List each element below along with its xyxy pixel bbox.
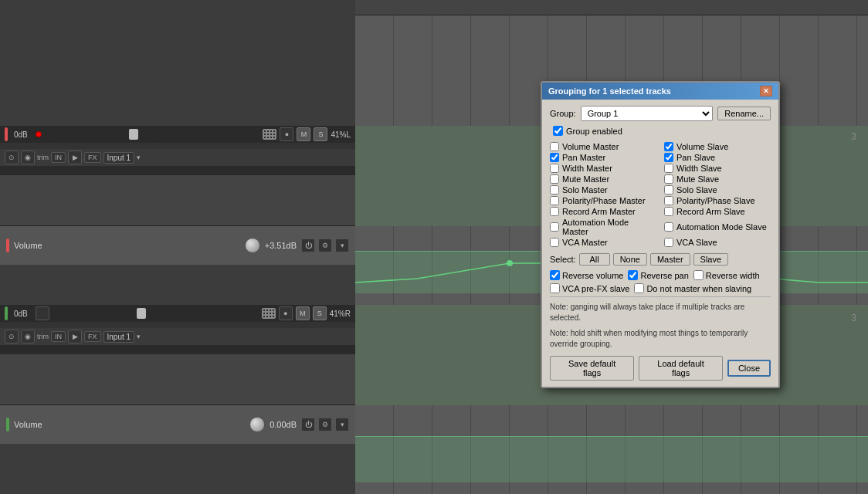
checkbox-pan-master: Pan Master (550, 153, 656, 162)
group-enabled-checkbox[interactable] (553, 126, 563, 136)
track-2-bottom-space (0, 345, 355, 354)
checkbox-width-slave: Width Slave (664, 164, 771, 173)
track-2-input-bar: ⊙ ◉ trim IN ▶ FX Input 1 ▾ (0, 328, 355, 345)
track-1-input-arrow[interactable]: ▾ (137, 154, 141, 161)
track-strip-1: 0dB ● M S 41%L ⊙ ◉ trim IN ▶ FX Input 1 … (0, 126, 355, 226)
track-2-input-select[interactable]: Input 1 (103, 331, 135, 343)
group-label: Group: (550, 109, 576, 118)
checkbox-grid: Volume Master Volume Slave Pan Master Pa… (550, 142, 771, 247)
track-2-m-btn[interactable]: M (296, 306, 310, 320)
checkbox-record-arm-slave: Record Arm Slave (664, 207, 771, 216)
track-2-input-mon-btn[interactable]: ◉ (21, 330, 35, 343)
dialog-body: Group: Group 1 Rename... Group enabled V… (542, 100, 778, 387)
volume-label-1: Volume (14, 241, 42, 250)
track-1-in-btn[interactable]: IN (51, 152, 66, 163)
volume-knob-1[interactable] (245, 238, 260, 253)
volume-1-settings[interactable]: ⚙ (318, 239, 332, 252)
track-1-db-label: 0dB (14, 130, 28, 139)
track-2-spacer (0, 322, 355, 328)
volume-label-2: Volume (14, 420, 42, 429)
volume-2-color (6, 418, 9, 431)
track-2-in-btn[interactable]: IN (51, 331, 66, 342)
checkbox-polarity-slave: Polarity/Phase Slave (664, 196, 771, 205)
note-1: Note: ganging will always take place if … (550, 296, 771, 323)
svg-point-0 (507, 260, 513, 266)
checkbox-vca-master: VCA Master (550, 238, 656, 247)
volume-2-expand[interactable]: ▾ (335, 418, 349, 431)
track-1-input-select[interactable]: Input 1 (103, 152, 135, 164)
track-2-trim-label: trim (37, 333, 49, 340)
close-btn[interactable]: Close (727, 360, 771, 377)
track-1-fader[interactable] (129, 129, 138, 140)
grouping-dialog: Grouping for 1 selected tracks ✕ Group: … (541, 81, 780, 388)
checkbox-width-master: Width Master (550, 164, 656, 173)
track-1-play-btn[interactable]: ▶ (68, 151, 82, 164)
select-none-btn[interactable]: None (613, 253, 647, 266)
checkbox-automation-mode-master: Automation Mode Master (550, 218, 656, 236)
checkbox-mute-slave: Mute Slave (664, 174, 771, 184)
track-1-input-bar: ⊙ ◉ trim IN ▶ FX Input 1 ▾ (0, 149, 355, 166)
track-1-input-mon-btn[interactable]: ◉ (21, 151, 35, 164)
track-2-s-btn[interactable]: S (313, 306, 327, 320)
track-2-fx-btn[interactable]: FX (84, 331, 101, 342)
volume-knob-2[interactable] (249, 417, 265, 432)
options-row-1: Reverse volume Reverse pan Reverse width (550, 270, 771, 280)
checkbox-volume-slave: Volume Slave (664, 142, 771, 151)
track-2-monitor-btn[interactable]: ● (279, 306, 293, 320)
select-label: Select: (550, 255, 576, 264)
volume-1-expand[interactable]: ▾ (335, 239, 349, 252)
save-default-btn[interactable]: Save default flags (550, 356, 634, 381)
select-all-btn[interactable]: All (579, 253, 610, 266)
track-strip-2: 0dB ● M S 41%R ⊙ ◉ trim IN ▶ FX Input 1 … (0, 305, 355, 405)
track-1-m-btn[interactable]: M (297, 127, 310, 141)
volume-1-power[interactable]: ⏻ (301, 239, 315, 252)
group-enabled-row: Group enabled (550, 126, 771, 136)
track-1-bottom-space (0, 166, 355, 175)
checkbox-polarity-master: Polarity/Phase Master (550, 196, 656, 205)
track-1-led (36, 131, 42, 137)
dialog-title: Grouping for 1 selected tracks (548, 86, 671, 96)
track-1-trim-label: trim (37, 154, 49, 161)
track-number-2: 3 (851, 313, 856, 323)
track-1-pan-percent: 41%L (331, 130, 351, 139)
track-1-color (5, 127, 8, 141)
track-2-fader[interactable] (137, 308, 146, 319)
checkbox-mute-master: Mute Master (550, 174, 656, 184)
volume-2-settings[interactable]: ⚙ (318, 418, 332, 431)
track-2-pan-percent: 41%R (330, 310, 351, 318)
checkbox-solo-slave: Solo Slave (664, 185, 771, 195)
option-reverse-width: Reverse width (693, 270, 760, 280)
track-2-color (5, 306, 8, 320)
volume-db-2: 0.00dB (270, 420, 297, 429)
note-2: Note: hold shift when modifying most thi… (550, 328, 771, 350)
select-master-btn[interactable]: Master (650, 253, 690, 266)
automation-lane-2 (355, 436, 868, 482)
track-2-play-btn[interactable]: ▶ (68, 330, 82, 343)
checkbox-record-arm-master: Record Arm Master (550, 207, 656, 216)
select-slave-btn[interactable]: Slave (693, 253, 729, 266)
option-do-not-master: Do not master when slaving (634, 283, 751, 293)
checkbox-vca-slave: VCA Slave (664, 238, 771, 247)
track-2-input-arrow[interactable]: ▾ (137, 333, 141, 340)
rename-btn[interactable]: Rename... (717, 107, 771, 120)
track-2-routing-icon (262, 308, 276, 319)
timeline-ruler (355, 0, 868, 15)
track-2-db-label: 0dB (14, 310, 28, 318)
volume-db-1: +3.51dB (265, 241, 297, 250)
dialog-titlebar: Grouping for 1 selected tracks ✕ (542, 83, 778, 100)
track-2-info-bar: 0dB ● M S 41%R (0, 305, 355, 322)
load-default-btn[interactable]: Load default flags (639, 356, 723, 381)
track-2-arm-btn[interactable]: ⊙ (5, 330, 19, 343)
track-1-fx-btn[interactable]: FX (84, 152, 101, 163)
checkbox-pan-slave: Pan Slave (664, 153, 771, 162)
track-1-s-btn[interactable]: S (314, 127, 327, 141)
track-2-led (36, 306, 49, 320)
volume-strip-2: Volume 0.00dB ⏻ ⚙ ▾ (0, 405, 355, 444)
group-select[interactable]: Group 1 (581, 106, 714, 121)
track-1-monitor-btn[interactable]: ● (280, 127, 293, 141)
dialog-close-btn[interactable]: ✕ (760, 86, 772, 96)
volume-2-power[interactable]: ⏻ (301, 418, 315, 431)
track-1-arm-btn[interactable]: ⊙ (5, 151, 19, 164)
options-row-2: VCA pre-FX slave Do not master when slav… (550, 283, 771, 293)
track-1-info-bar: 0dB ● M S 41%L (0, 126, 355, 143)
